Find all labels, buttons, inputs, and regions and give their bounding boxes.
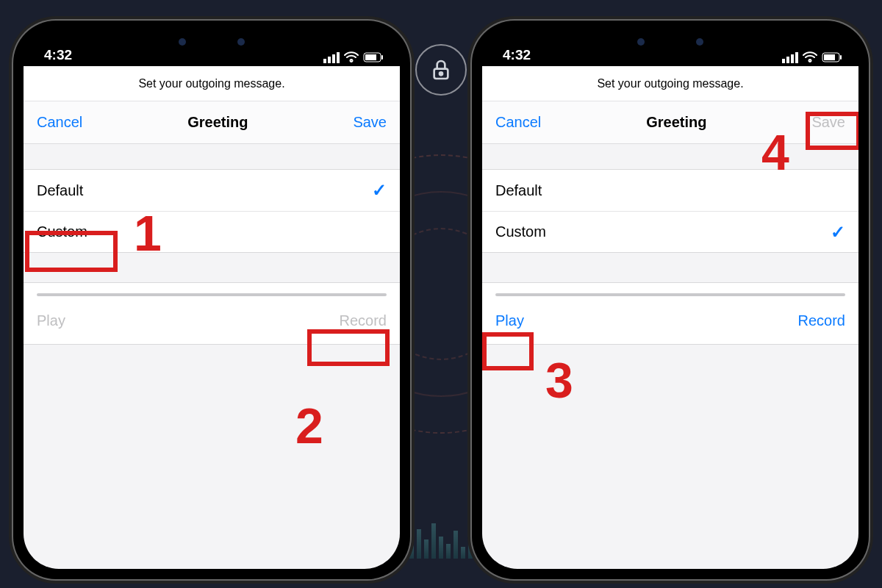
play-button[interactable]: Play xyxy=(495,312,524,329)
annotation-box-1 xyxy=(25,231,118,272)
svg-rect-6 xyxy=(824,54,835,60)
subtitle: Set your outgoing message. xyxy=(24,66,400,101)
cancel-button[interactable]: Cancel xyxy=(37,114,82,131)
record-button[interactable]: Record xyxy=(798,312,845,329)
play-button[interactable]: Play xyxy=(37,312,65,329)
greeting-options-list: Default Custom ✓ xyxy=(482,169,858,253)
status-time: 4:32 xyxy=(44,47,72,63)
page-title: Greeting xyxy=(646,114,706,131)
option-default[interactable]: Default ✓ xyxy=(24,170,400,211)
option-label: Custom xyxy=(495,223,546,240)
checkmark-icon: ✓ xyxy=(372,180,387,201)
option-label: Default xyxy=(495,182,542,199)
wifi-icon xyxy=(803,51,817,63)
annotation-number: 3 xyxy=(545,351,573,409)
wifi-icon xyxy=(344,51,359,63)
battery-icon xyxy=(363,52,384,62)
nav-bar: Cancel Greeting Save xyxy=(24,101,400,144)
annotation-number: 2 xyxy=(295,397,323,454)
svg-rect-7 xyxy=(840,55,842,60)
phone-mockup-right: 4:32 Set your outgoing message. Cancel G… xyxy=(472,21,869,579)
playback-track[interactable] xyxy=(37,293,387,296)
checkmark-icon: ✓ xyxy=(831,222,845,243)
signal-icon xyxy=(782,52,798,63)
option-default[interactable]: Default xyxy=(482,170,858,211)
save-button[interactable]: Save xyxy=(353,114,387,131)
record-button[interactable]: Record xyxy=(340,312,387,329)
playback-track[interactable] xyxy=(495,293,845,296)
battery-icon xyxy=(822,52,842,62)
cancel-button[interactable]: Cancel xyxy=(495,114,541,131)
annotation-box-3 xyxy=(482,332,534,370)
svg-rect-4 xyxy=(381,55,383,60)
phone-mockup-left: 4:32 Set your outgoing message. Cancel G… xyxy=(13,21,410,579)
signal-icon xyxy=(323,52,340,63)
option-label: Default xyxy=(37,182,83,199)
option-custom[interactable]: Custom ✓ xyxy=(482,211,858,252)
status-time: 4:32 xyxy=(503,47,531,63)
annotation-box-2 xyxy=(307,329,390,366)
annotation-number: 1 xyxy=(134,204,162,262)
page-title: Greeting xyxy=(187,114,248,131)
annotation-number: 4 xyxy=(761,123,789,181)
phone-notch xyxy=(593,31,747,53)
playback-section: Play Record xyxy=(482,282,858,345)
svg-rect-3 xyxy=(365,54,376,60)
annotation-box-4 xyxy=(806,112,858,150)
subtitle: Set your outgoing message. xyxy=(482,66,858,101)
nav-bar: Cancel Greeting Save xyxy=(482,101,858,144)
phone-notch xyxy=(135,31,289,53)
